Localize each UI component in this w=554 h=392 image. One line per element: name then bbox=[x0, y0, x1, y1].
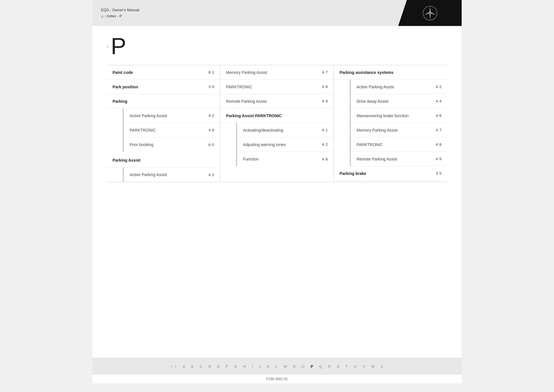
alpha-item-t[interactable]: T bbox=[342, 363, 351, 370]
entry-active-parking-assist-3[interactable]: Active Parking Assist 4›2 bbox=[351, 80, 447, 94]
entry-label: Active Parking Assist bbox=[130, 172, 167, 177]
parking-assistance-sub-items: Active Parking Assist 4›2 Drive Away Ass… bbox=[350, 80, 447, 166]
entry-label: Parking bbox=[113, 99, 127, 104]
entry-parking-assistance-systems-header: Parking assistance systems bbox=[334, 65, 447, 80]
entry-label: Active Parking Assist bbox=[130, 113, 167, 118]
entry-page: 4›8 bbox=[209, 128, 214, 132]
entry-page: 4›2 bbox=[436, 85, 441, 89]
entry-parktronic-1[interactable]: PARKTRONIC 4›8 bbox=[124, 123, 220, 137]
alpha-item-l[interactable]: L bbox=[273, 363, 281, 370]
entry-label: Activating/deactivating bbox=[243, 128, 283, 132]
entry-label: Function bbox=[243, 157, 259, 161]
entry-memory-parking-assist-1[interactable]: Memory Parking Assist 4›7 bbox=[220, 65, 333, 80]
entry-drive-away-assist[interactable]: Drive Away Assist 4›4 bbox=[351, 94, 447, 109]
entry-parking-header: Parking bbox=[107, 94, 220, 109]
entry-park-position[interactable]: Park position 3›0 bbox=[107, 80, 220, 94]
entry-page: 8›1 bbox=[209, 70, 214, 74]
alpha-item-p[interactable]: P bbox=[308, 363, 316, 370]
alpha-item-c[interactable]: C bbox=[197, 363, 205, 370]
parking-sub-items: Active Parking Assist 4›2 PARKTRONIC 4›8… bbox=[123, 109, 220, 152]
entry-page: 4›8 bbox=[322, 85, 328, 89]
entry-active-parking-assist-1[interactable]: Active Parking Assist 4›2 bbox=[124, 109, 220, 123]
alpha-item-z[interactable]: Z bbox=[378, 363, 386, 370]
entry-label: Remote Parking Assist bbox=[357, 157, 397, 161]
entry-label: PARKTRONIC bbox=[357, 142, 383, 147]
entry-manoeuvering-brake[interactable]: Manoeuvering brake function 4›6 bbox=[351, 109, 447, 123]
content-area: Paint code 8›1 Park position 3›0 Parking… bbox=[107, 65, 447, 182]
parktronic-sub-items: Activating/deactivating 4›1 Adjusting wa… bbox=[236, 123, 333, 166]
alpha-item-d[interactable]: D bbox=[205, 363, 214, 370]
alpha-item-o[interactable]: O bbox=[299, 363, 308, 370]
alpha-item-r[interactable]: R bbox=[325, 363, 334, 370]
entry-page: 4›8 bbox=[322, 157, 328, 161]
entry-parking-brake[interactable]: Parking brake 3›5 bbox=[334, 166, 447, 181]
entry-page: 6›0 bbox=[209, 143, 214, 147]
sep2: › bbox=[117, 14, 118, 18]
entry-label: Parking Assist PARKTRONIC bbox=[226, 113, 282, 118]
entry-label: Parking brake bbox=[340, 171, 366, 176]
entry-label: Active Parking Assist bbox=[357, 85, 394, 89]
entry-memory-parking-assist-2[interactable]: Memory Parking Assist 4›7 bbox=[351, 123, 447, 137]
alpha-item-v[interactable]: V bbox=[360, 363, 368, 370]
prev-letter-button[interactable]: ‹ bbox=[107, 43, 108, 49]
breadcrumb-index[interactable]: Index bbox=[107, 14, 116, 18]
alpha-item-e[interactable]: E bbox=[214, 363, 223, 370]
alpha-item-q[interactable]: Q bbox=[316, 363, 325, 370]
entry-page: 4›1 bbox=[322, 128, 328, 132]
entry-function[interactable]: Function 4›8 bbox=[237, 152, 333, 166]
header-left: EQS - Owner's Manual ⌂ › Index › P bbox=[92, 0, 398, 26]
breadcrumb: ⌂ › Index › P bbox=[101, 14, 390, 18]
manual-title: EQS - Owner's Manual bbox=[101, 8, 390, 12]
entry-parking-assist-parktronic-header: Parking Assist PARKTRONIC bbox=[220, 109, 333, 123]
column-3: Parking assistance systems Active Parkin… bbox=[334, 65, 447, 182]
entry-label: Memory Parking Assist bbox=[226, 70, 267, 75]
entry-page: 3›5 bbox=[436, 171, 441, 176]
footer: F296 0062 02 bbox=[92, 375, 462, 383]
entry-parktronic-3[interactable]: PARKTRONIC 4›8 bbox=[351, 137, 447, 152]
svg-point-3 bbox=[429, 12, 431, 14]
entry-parktronic-2[interactable]: PARKTRONIC 4›8 bbox=[220, 80, 333, 94]
alpha-item-w[interactable]: W bbox=[368, 363, 378, 370]
alpha-item-f[interactable]: F bbox=[223, 363, 231, 370]
alpha-item-s[interactable]: S bbox=[334, 363, 343, 370]
entry-active-parking-assist-2[interactable]: Active Parking Assist 4›2 bbox=[124, 167, 220, 182]
alpha-item-m[interactable]: M bbox=[281, 363, 290, 370]
index-letter: P bbox=[111, 35, 126, 58]
entry-paint-code[interactable]: Paint code 8›1 bbox=[107, 65, 220, 80]
alpha-item-j[interactable]: J bbox=[256, 363, 264, 370]
entry-page: 4›2 bbox=[209, 113, 214, 118]
alpha-item-g[interactable]: G bbox=[231, 363, 240, 370]
entry-label: Parking assistance systems bbox=[340, 70, 394, 75]
entry-label: PARKTRONIC bbox=[130, 128, 156, 132]
entry-page: 4›8 bbox=[436, 142, 441, 147]
entry-prior-booking[interactable]: Prior booking 6›0 bbox=[124, 137, 220, 152]
entry-remote-parking-assist-1[interactable]: Remote Parking Assist 4›9 bbox=[220, 94, 333, 109]
alpha-item-k[interactable]: K bbox=[264, 363, 273, 370]
entry-adjusting-warning-tones[interactable]: Adjusting warning tones 4›2 bbox=[237, 137, 333, 152]
alpha-item-u[interactable]: U bbox=[351, 363, 360, 370]
entry-page: 3›0 bbox=[209, 85, 214, 89]
column-2: Memory Parking Assist 4›7 PARKTRONIC 4›8… bbox=[220, 65, 334, 182]
alpha-item-n[interactable]: N bbox=[290, 363, 299, 370]
entry-page: 4›7 bbox=[436, 128, 441, 132]
alpha-item-b[interactable]: B bbox=[188, 363, 197, 370]
entry-page: 4›9 bbox=[436, 157, 441, 161]
entry-label: Parking Assist bbox=[113, 158, 141, 163]
home-icon[interactable]: ⌂ bbox=[101, 14, 103, 18]
alphabet-nav: 0 9 A B C D E F G H I J K L M N O P Q R … bbox=[92, 358, 462, 375]
entry-page: 4›9 bbox=[322, 99, 328, 103]
entry-page: 4›2 bbox=[209, 173, 214, 177]
entry-label: Remote Parking Assist bbox=[226, 99, 267, 104]
entry-page: 4›6 bbox=[436, 113, 441, 118]
column-1: Paint code 8›1 Park position 3›0 Parking… bbox=[107, 65, 220, 182]
breadcrumb-letter: P bbox=[119, 14, 122, 18]
alpha-item-a[interactable]: A bbox=[180, 363, 188, 370]
sep1: › bbox=[104, 14, 106, 18]
alpha-item-09[interactable]: 0 9 bbox=[168, 363, 180, 370]
logo-area bbox=[398, 0, 462, 26]
entry-label: Manoeuvering brake function bbox=[357, 113, 409, 118]
entry-remote-parking-assist-2[interactable]: Remote Parking Assist 4›9 bbox=[351, 152, 447, 166]
entry-activating-deactivating[interactable]: Activating/deactivating 4›1 bbox=[237, 123, 333, 137]
alpha-item-h[interactable]: H bbox=[240, 363, 249, 370]
alpha-item-i[interactable]: I bbox=[249, 363, 256, 370]
